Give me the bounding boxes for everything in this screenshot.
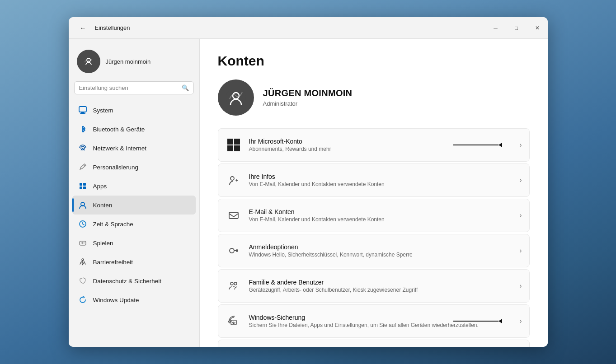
sidebar-item-bluetooth[interactable]: Bluetooth & Geräte bbox=[72, 120, 196, 139]
sidebar-item-label: Apps bbox=[93, 183, 107, 190]
page-title: Konten bbox=[218, 53, 530, 69]
sidebar-item-label: Personalisierung bbox=[93, 164, 139, 171]
settings-list: Ihr Microsoft-Konto Abonnements, Rewards… bbox=[218, 128, 530, 347]
spielen-icon bbox=[78, 238, 88, 248]
apps-icon bbox=[78, 181, 88, 191]
svg-rect-6 bbox=[83, 183, 86, 186]
search-box[interactable]: 🔍 bbox=[74, 81, 194, 94]
settings-item-label: E-Mail & Konten bbox=[249, 208, 516, 215]
profile-avatar bbox=[218, 79, 254, 116]
svg-rect-8 bbox=[83, 187, 86, 189]
svg-point-12 bbox=[84, 243, 85, 243]
search-icon: 🔍 bbox=[182, 84, 189, 91]
ms-icon bbox=[226, 137, 242, 153]
search-input[interactable] bbox=[79, 84, 178, 91]
settings-item-desc: Gerätezugriff, Arbeits- oder Schulbenutz… bbox=[249, 287, 516, 293]
sidebar: Jürgen moinmoin 🔍 System Bluetooth & Ger… bbox=[69, 39, 200, 347]
chevron-right-icon: › bbox=[519, 211, 522, 219]
datenschutz-icon bbox=[78, 276, 88, 286]
profile-card: JÜRGEN MOINMOIN Administrator bbox=[218, 79, 530, 116]
settings-item-anmeldeoptionen[interactable]: Anmeldeoptionen Windows Hello, Sicherhei… bbox=[218, 234, 530, 267]
sidebar-item-personalisierung[interactable]: Personalisierung bbox=[72, 158, 196, 177]
sidebar-item-label: Bluetooth & Geräte bbox=[93, 126, 145, 133]
sidebar-username: Jürgen moinmoin bbox=[106, 58, 151, 65]
back-button[interactable]: ← bbox=[76, 21, 90, 35]
settings-item-text: Anmeldeoptionen Windows Hello, Sicherhei… bbox=[249, 243, 516, 258]
settings-item-text: Familie & andere Benutzer Gerätezugriff,… bbox=[249, 279, 516, 293]
settings-window: ← Einstellungen ─ □ ✕ Jürgen moinmoin bbox=[69, 17, 548, 347]
window-controls: ─ □ ✕ bbox=[485, 17, 548, 39]
settings-item-familie[interactable]: Familie & andere Benutzer Gerätezugriff,… bbox=[218, 269, 530, 303]
family-icon bbox=[226, 278, 242, 294]
svg-rect-17 bbox=[229, 212, 238, 219]
network-icon bbox=[78, 143, 88, 153]
email-icon bbox=[226, 207, 242, 224]
profile-role: Administrator bbox=[263, 100, 353, 107]
svg-point-18 bbox=[230, 248, 234, 253]
profile-info: JÜRGEN MOINMOIN Administrator bbox=[263, 88, 353, 107]
sidebar-item-label: Netzwerk & Internet bbox=[93, 145, 147, 152]
maximize-button[interactable]: □ bbox=[506, 17, 527, 39]
sidebar-item-apps[interactable]: Apps bbox=[72, 177, 196, 196]
svg-rect-2 bbox=[79, 107, 86, 112]
avatar bbox=[77, 50, 100, 73]
svg-point-20 bbox=[234, 282, 237, 285]
personalize-icon bbox=[78, 162, 88, 172]
person-info-icon bbox=[226, 172, 242, 188]
close-button[interactable]: ✕ bbox=[527, 17, 548, 39]
sidebar-item-label: Zeit & Sprache bbox=[93, 221, 133, 228]
settings-item-text: E-Mail & Konten Von E-Mail, Kalender und… bbox=[249, 208, 516, 223]
profile-name: JÜRGEN MOINMOIN bbox=[263, 88, 353, 98]
svg-rect-5 bbox=[80, 183, 82, 186]
svg-point-16 bbox=[230, 177, 234, 180]
sidebar-item-label: Barrierefreiheit bbox=[93, 259, 133, 266]
settings-item-desc: Von E-Mail, Kalender und Kontakten verwe… bbox=[249, 181, 516, 187]
sidebar-item-barriere[interactable]: Barrierefreiheit bbox=[72, 252, 196, 271]
sidebar-item-label: Windows Update bbox=[93, 297, 139, 303]
system-icon bbox=[78, 105, 88, 115]
svg-rect-4 bbox=[80, 113, 85, 114]
svg-point-19 bbox=[230, 282, 233, 285]
sidebar-item-zeit[interactable]: Zeit & Sprache bbox=[72, 215, 196, 233]
main-content: Konten JÜRGEN MOINMOIN Administrator bbox=[200, 39, 548, 347]
settings-item-ihre-infos[interactable]: Ihre Infos Von E-Mail, Kalender und Kont… bbox=[218, 163, 530, 197]
settings-item-desc: Windows Hello, Sicherheitsschlüssel, Ken… bbox=[249, 252, 516, 258]
content-area: Jürgen moinmoin 🔍 System Bluetooth & Ger… bbox=[69, 39, 548, 347]
sidebar-item-label: Spielen bbox=[93, 240, 113, 247]
window-title: Einstellungen bbox=[95, 24, 130, 31]
sidebar-user: Jürgen moinmoin bbox=[72, 46, 196, 80]
titlebar: ← Einstellungen ─ □ ✕ bbox=[69, 17, 548, 39]
chevron-right-icon: › bbox=[519, 282, 522, 290]
chevron-right-icon: › bbox=[519, 317, 522, 325]
svg-rect-7 bbox=[80, 187, 82, 189]
svg-rect-3 bbox=[81, 112, 85, 113]
sidebar-item-datenschutz[interactable]: Datenschutz & Sicherheit bbox=[72, 271, 196, 290]
svg-point-0 bbox=[82, 55, 95, 68]
minimize-button[interactable]: ─ bbox=[485, 17, 506, 39]
sidebar-item-netzwerk[interactable]: Netzwerk & Internet bbox=[72, 139, 196, 158]
sidebar-item-label: System bbox=[93, 107, 113, 114]
zeit-icon bbox=[78, 219, 88, 229]
arrow-annotation bbox=[453, 319, 502, 323]
sidebar-item-konten[interactable]: Konten bbox=[72, 196, 196, 215]
sidebar-item-update[interactable]: Windows Update bbox=[72, 290, 196, 309]
settings-item-arbeit[interactable]: Auf Arbeits- oder Schulkonto zugreifen › bbox=[218, 340, 530, 347]
sidebar-item-system[interactable]: System bbox=[72, 101, 196, 120]
main-wrapper: Konten JÜRGEN MOINMOIN Administrator bbox=[200, 39, 548, 347]
backup-icon bbox=[226, 313, 242, 329]
svg-point-14 bbox=[226, 88, 246, 107]
settings-item-desc: Von E-Mail, Kalender und Kontakten verwe… bbox=[249, 216, 516, 223]
sidebar-item-spielen[interactable]: Spielen bbox=[72, 233, 196, 252]
barriere-icon bbox=[78, 257, 88, 267]
settings-item-microsoft-konto[interactable]: Ihr Microsoft-Konto Abonnements, Rewards… bbox=[218, 128, 530, 162]
bluetooth-icon bbox=[78, 124, 88, 134]
chevron-right-icon: › bbox=[519, 176, 522, 184]
settings-item-email-konten[interactable]: E-Mail & Konten Von E-Mail, Kalender und… bbox=[218, 199, 530, 232]
arrow-annotation bbox=[453, 143, 502, 147]
key-icon bbox=[226, 243, 242, 259]
update-icon bbox=[78, 295, 88, 305]
settings-item-label: Anmeldeoptionen bbox=[249, 243, 516, 251]
settings-item-windows-sicherung[interactable]: Windows-Sicherung Sichern Sie Ihre Datei… bbox=[218, 304, 530, 338]
chevron-right-icon: › bbox=[519, 247, 522, 255]
konten-icon bbox=[78, 200, 88, 210]
